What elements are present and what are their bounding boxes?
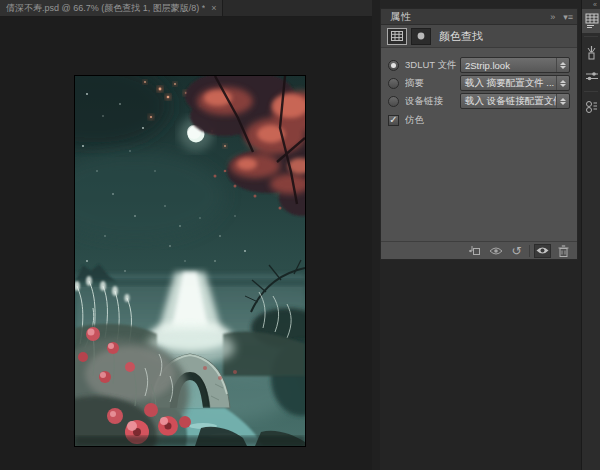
- footer-separator: [529, 245, 530, 257]
- reset-adjustment-icon[interactable]: ↺: [508, 244, 525, 258]
- dock-adjustments-icon[interactable]: [582, 64, 600, 88]
- properties-panel-body: 3DLUT 文件 2Strip.look 摘要 载入 摘要配置文件 ... 设备…: [381, 48, 577, 241]
- dropdown-arrows-icon: [556, 76, 569, 90]
- dock-divider: [584, 91, 598, 92]
- panel-region: 属性 » ▾≡ 颜色查找 3DLUT: [380, 0, 600, 470]
- document-tab-bar: 倩深不寿.psd @ 66.7% (颜色查找 1, 图层蒙版/8) * ×: [0, 0, 372, 17]
- radio-device-link[interactable]: [388, 96, 399, 107]
- layer-mask-icon[interactable]: [411, 28, 431, 45]
- dropdown-device-link[interactable]: 载入 设备链接配置文件 ...: [460, 93, 570, 109]
- dither-label: 仿色: [405, 114, 570, 127]
- row-device-link: 设备链接 载入 设备链接配置文件 ...: [388, 92, 570, 110]
- dither-checkbox[interactable]: ✓: [388, 115, 399, 126]
- panel-menu-icon[interactable]: ▾≡: [559, 12, 577, 22]
- row-3dlut: 3DLUT 文件 2Strip.look: [388, 56, 570, 74]
- document-title: 倩深不寿.psd @ 66.7% (颜色查找 1, 图层蒙版/8) *: [6, 2, 205, 15]
- adjustment-title: 颜色查找: [439, 29, 483, 44]
- dock-clone-source-icon[interactable]: [582, 95, 600, 119]
- dropdown-arrows-icon: [556, 94, 569, 108]
- properties-panel: 属性 » ▾≡ 颜色查找 3DLUT: [380, 8, 578, 260]
- adjustment-subheader: 颜色查找: [381, 25, 577, 48]
- label-3dlut-file: 3DLUT 文件: [405, 59, 460, 72]
- label-device-link: 设备链接: [405, 95, 460, 108]
- row-abstract: 摘要 载入 摘要配置文件 ...: [388, 74, 570, 92]
- color-lookup-grid-icon[interactable]: [387, 28, 407, 45]
- label-abstract: 摘要: [405, 77, 460, 90]
- canvas-workspace[interactable]: [0, 17, 372, 470]
- dropdown-3dlut-value: 2Strip.look: [461, 60, 556, 71]
- dropdown-3dlut-file[interactable]: 2Strip.look: [460, 57, 570, 73]
- delete-adjustment-icon[interactable]: [555, 244, 572, 258]
- radio-3dlut-file[interactable]: [388, 60, 399, 71]
- document-canvas-image[interactable]: [75, 76, 305, 446]
- panel-icon-dock: «: [581, 0, 600, 470]
- close-tab-icon[interactable]: ×: [211, 4, 216, 13]
- row-dither: ✓ 仿色: [388, 111, 570, 129]
- dropdown-device-link-value: 载入 设备链接配置文件 ...: [461, 95, 556, 108]
- expand-dock-icon[interactable]: «: [582, 0, 600, 9]
- collapse-panel-icon[interactable]: »: [546, 12, 559, 22]
- document-tab[interactable]: 倩深不寿.psd @ 66.7% (颜色查找 1, 图层蒙版/8) * ×: [0, 0, 223, 16]
- view-previous-state-icon[interactable]: [487, 244, 504, 258]
- dropdown-abstract-value: 载入 摘要配置文件 ...: [461, 77, 556, 90]
- tab-properties[interactable]: 属性: [381, 10, 421, 24]
- clip-to-layer-icon[interactable]: [466, 244, 483, 258]
- dropdown-abstract[interactable]: 载入 摘要配置文件 ...: [460, 75, 570, 91]
- radio-abstract[interactable]: [388, 78, 399, 89]
- properties-panel-footer: ↺: [381, 241, 577, 259]
- workspace-divider: [372, 0, 380, 470]
- dock-properties-panel-icon[interactable]: [582, 9, 600, 33]
- dock-divider: [584, 36, 598, 37]
- dock-brush-presets-icon[interactable]: [582, 40, 600, 64]
- dropdown-arrows-icon: [556, 58, 569, 72]
- properties-panel-header: 属性 » ▾≡: [381, 9, 577, 25]
- toggle-visibility-icon[interactable]: [534, 244, 551, 258]
